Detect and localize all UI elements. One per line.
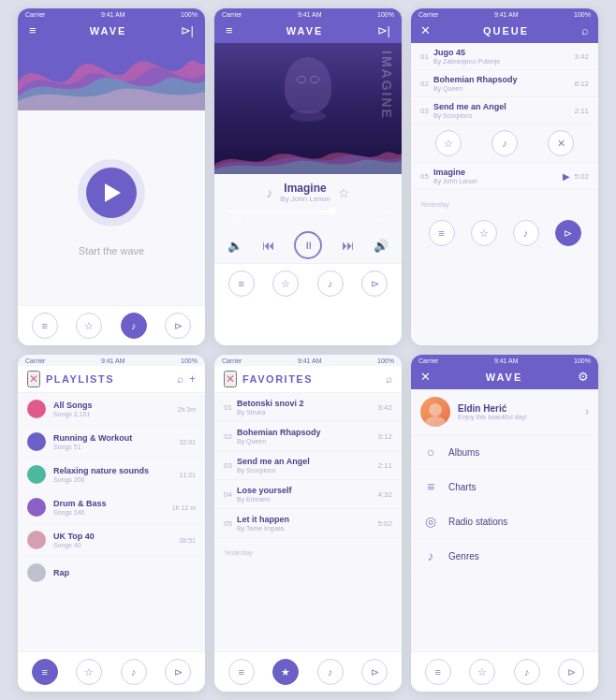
playlist-item-0[interactable]: All Songs Songs 2,151 2h 3m (18, 393, 205, 426)
fav-item-3[interactable]: 04 Lose yourself By Eminem 4:32 (214, 480, 402, 509)
yday-music[interactable]: ♪ (513, 220, 539, 246)
radio-icon: ◎ (422, 514, 439, 529)
bottom-nav-4: ≡ ☆ ♪ ⊳ (18, 651, 205, 692)
prev-button[interactable]: ⏮ (262, 238, 275, 253)
nav-music-2[interactable]: ♪ (317, 270, 344, 297)
pl-dur-1: 32:01 (179, 439, 196, 445)
svg-point-1 (425, 416, 446, 427)
nav-star-2[interactable]: ☆ (272, 270, 299, 297)
np-wave (214, 146, 402, 174)
queue-action-music[interactable]: ♪ (491, 130, 518, 156)
pl-name-0: All Songs (53, 401, 178, 410)
nav-music-6[interactable]: ♪ (514, 659, 540, 685)
nav-star-1[interactable]: ☆ (76, 313, 102, 339)
favorites-header: ✕ FAVORITES ⌕ (214, 366, 402, 393)
play-outer-ring (78, 159, 145, 226)
playlist-item-4[interactable]: UK Top 40 Songs 40 28:51 (18, 524, 205, 557)
q-info-2: Bohemian Rhapsody By Queen (433, 75, 574, 92)
q-num-1: 01 (420, 52, 433, 61)
menu-button-1[interactable]: ≡ (27, 23, 38, 37)
nav-cast-2[interactable]: ⊳ (361, 270, 388, 297)
menu-item-albums[interactable]: ○ Albums (411, 435, 598, 470)
fav-item-1[interactable]: 02 Bohemian Rhapsody By Queen 3:12 (214, 422, 402, 451)
fav-dur-0: 3:42 (377, 403, 392, 412)
imagine-vertical-text: IMAGINE (379, 51, 394, 120)
fav-title-1: Bohemian Rhapsody (237, 428, 377, 437)
fav-num-2: 03 (224, 461, 237, 470)
pl-info-2: Relaxing nature sounds Songs 200 (53, 466, 179, 483)
volume-icon[interactable]: 🔈 (227, 239, 242, 253)
q-duration-1: 3:42 (574, 52, 589, 61)
playlist-item-3[interactable]: Drum & Bass Songs 240 1h 12 m (18, 491, 205, 524)
fav-artist-3: By Eminem (237, 496, 377, 503)
fav-item-2[interactable]: 03 Send me an Angel By Scorpions 2:11 (214, 451, 402, 480)
favorites-search-btn[interactable]: ⌕ (386, 372, 392, 386)
np-progress-area: 2:31 3:42 (214, 207, 402, 227)
volume-up-icon[interactable]: 🔊 (374, 239, 389, 253)
nav-cast-5[interactable]: ⊳ (361, 659, 388, 685)
queue-item-2[interactable]: 02 Bohemian Rhapsody By Queen 6:12 (411, 70, 598, 97)
play-button-home[interactable] (86, 168, 137, 218)
playlists-add-btn[interactable]: + (189, 372, 196, 386)
yday-menu[interactable]: ≡ (429, 220, 455, 246)
user-row[interactable]: Eldin Herić Enjoy this beautiful day! › (411, 389, 598, 435)
yday-cast[interactable]: ⊳ (555, 220, 581, 246)
nav-menu-1[interactable]: ≡ (32, 313, 58, 339)
fav-num-0: 01 (224, 403, 237, 412)
playlist-item-2[interactable]: Relaxing nature sounds Songs 200 11:21 (18, 459, 205, 491)
carrier-4: Carrier (25, 357, 45, 364)
battery-5: 100% (377, 357, 394, 364)
menu-item-radio[interactable]: ◎ Radio stations (411, 504, 598, 539)
nav-menu-2[interactable]: ≡ (228, 270, 255, 297)
nav-star-4[interactable]: ☆ (76, 659, 102, 685)
playlists-close[interactable]: ✕ (27, 371, 40, 387)
menu-item-charts[interactable]: ≡ Charts (411, 470, 598, 504)
fav-artist-2: By Scorpions (237, 467, 377, 474)
menu-item-genres[interactable]: ♪ Genres (411, 539, 598, 574)
nav-cast-4[interactable]: ⊳ (165, 659, 191, 685)
nav-menu-4[interactable]: ≡ (32, 659, 58, 685)
queue-close-button[interactable]: ✕ (420, 23, 431, 37)
nav-cast-6[interactable]: ⊳ (558, 659, 584, 685)
wave-menu-gear[interactable]: ⚙ (578, 370, 589, 384)
q-num-5: 05 (420, 172, 433, 181)
queue-item-5[interactable]: 05 Imagine By John Lenon ▶ 5:02 (411, 163, 598, 190)
queue-action-close[interactable]: ✕ (548, 130, 574, 156)
queue-item-1[interactable]: 01 Jugo 45 By Zabranjeno Putenje 3:42 (411, 43, 598, 70)
playlist-item-1[interactable]: Running & Workout Songs 51 32:01 (18, 426, 205, 459)
np-fav-icon[interactable]: ☆ (338, 185, 350, 200)
np-cast-button[interactable]: ⊳| (375, 23, 392, 37)
yday-star[interactable]: ☆ (471, 220, 497, 246)
queue-search-button[interactable]: ⌕ (581, 23, 589, 37)
cast-button-1[interactable]: ⊳| (179, 23, 196, 37)
nav-music-4[interactable]: ♪ (121, 659, 147, 685)
user-info: Eldin Herić Enjoy this beautiful day! (458, 403, 585, 420)
playlists-header-left: ✕ PLAYLISTS (27, 371, 114, 387)
fav-item-0[interactable]: 01 Betonski snovi 2 By Struka 3:42 (214, 393, 402, 422)
nav-cast-1[interactable]: ⊳ (165, 313, 191, 339)
fav-item-4[interactable]: 05 Let it happen By Tame Impala 5:02 (214, 509, 402, 538)
progress-track[interactable] (227, 211, 389, 212)
pause-button[interactable]: ⏸ (294, 231, 322, 259)
next-button[interactable]: ⏭ (342, 238, 355, 253)
wave-menu-close[interactable]: ✕ (420, 370, 431, 384)
nav-menu-6[interactable]: ≡ (425, 659, 451, 685)
progress-handle[interactable] (329, 208, 336, 215)
nav-music-5[interactable]: ♪ (317, 659, 344, 685)
q-info-3: Send me an Angel By Scorpions (433, 102, 574, 119)
playlist-item-5[interactable]: Rap (18, 557, 205, 590)
nav-music-1[interactable]: ♪ (121, 313, 147, 339)
playlists-search-btn[interactable]: ⌕ (177, 372, 183, 386)
np-title: WAVE (286, 25, 324, 36)
q-info-1: Jugo 45 By Zabranjeno Putenje (433, 48, 574, 65)
nav-star-5[interactable]: ★ (272, 659, 299, 685)
nav-menu-5[interactable]: ≡ (228, 659, 255, 685)
queue-action-star[interactable]: ☆ (435, 130, 462, 156)
q-num-2: 02 (420, 80, 433, 88)
home-content: Start the wave (18, 110, 205, 305)
np-menu-button[interactable]: ≡ (224, 23, 235, 37)
queue-item-3[interactable]: 03 Send me an Angel By Scorpions 2:11 (411, 97, 598, 124)
fav-info-0: Betonski snovi 2 By Struka (237, 399, 377, 416)
favorites-close[interactable]: ✕ (224, 371, 237, 387)
nav-star-6[interactable]: ☆ (469, 659, 495, 685)
